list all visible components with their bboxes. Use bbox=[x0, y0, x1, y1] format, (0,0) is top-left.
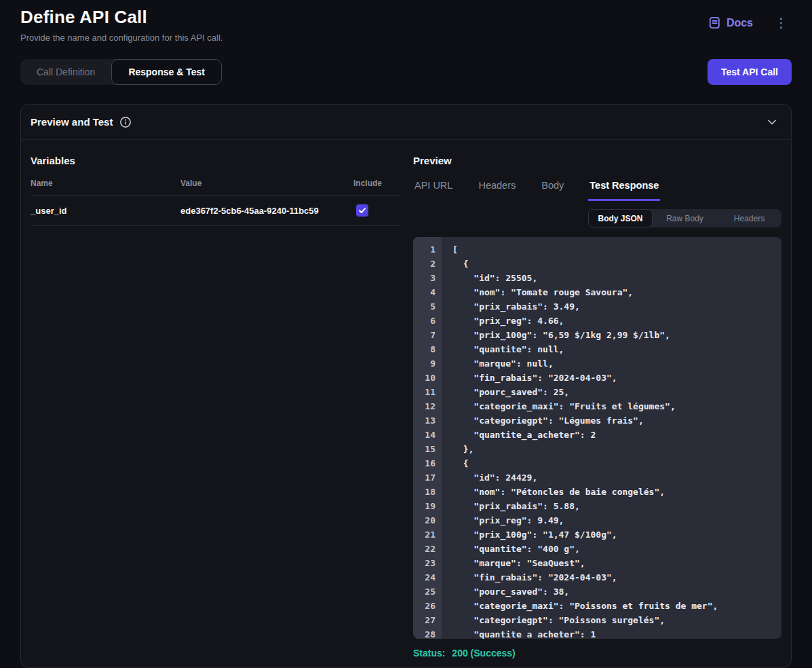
line-number: 19 bbox=[413, 499, 436, 513]
line-number: 9 bbox=[413, 356, 436, 371]
line-number: 20 bbox=[413, 513, 436, 527]
body-view-row: Body JSON Raw Body Headers bbox=[413, 209, 781, 227]
code-line: "quantite": null, bbox=[452, 342, 781, 356]
response-json-viewer[interactable]: 1234567891011121314151617181920212223242… bbox=[413, 237, 781, 639]
code-line: [ bbox=[452, 242, 781, 257]
line-number: 23 bbox=[413, 556, 436, 570]
line-number: 15 bbox=[413, 442, 436, 456]
code-line: "prix_100g": "1,47 $/100g", bbox=[452, 527, 781, 542]
check-icon bbox=[358, 206, 366, 215]
code-line: "prix_reg": 9.49, bbox=[452, 513, 781, 527]
card-header: Preview and Test bbox=[21, 105, 791, 140]
tab-api-url[interactable]: API URL bbox=[413, 180, 454, 201]
define-api-call-page: Define API Call Provide the name and con… bbox=[0, 0, 812, 668]
column-include: Include bbox=[353, 179, 401, 188]
line-number: 24 bbox=[413, 570, 436, 584]
line-number: 2 bbox=[413, 257, 436, 271]
code-line: }, bbox=[452, 442, 781, 456]
code-line: "categoriegpt": "Légumes frais", bbox=[452, 413, 781, 428]
page-title: Define API Call bbox=[20, 7, 223, 28]
tab-response-and-test[interactable]: Response & Test bbox=[111, 59, 222, 85]
code-line: "marque": "SeaQuest", bbox=[452, 556, 781, 570]
tab-body[interactable]: Body bbox=[540, 180, 565, 201]
preview-title: Preview bbox=[413, 155, 781, 166]
line-number: 22 bbox=[413, 542, 436, 556]
code-line: "prix_rabais": 3.49, bbox=[452, 299, 781, 314]
header-actions: Docs ⋮ bbox=[708, 15, 792, 31]
code-line: "id": 25505, bbox=[452, 271, 781, 285]
page-header: Define API Call Provide the name and con… bbox=[0, 0, 812, 43]
code-line: "categorie_maxi": "Poissons et fruits de… bbox=[452, 599, 781, 613]
docs-icon bbox=[708, 16, 721, 29]
include-checkbox[interactable] bbox=[356, 204, 368, 217]
tabs-row: Call Definition Response & Test Test API… bbox=[20, 59, 792, 85]
variables-section: Variables Name Value Include _user_id ed… bbox=[31, 152, 401, 667]
line-number: 13 bbox=[413, 413, 436, 428]
code-line: { bbox=[452, 456, 781, 470]
docs-link[interactable]: Docs bbox=[708, 16, 753, 29]
line-number: 28 bbox=[413, 627, 436, 639]
page-subtitle: Provide the name and configuration for t… bbox=[20, 33, 223, 43]
segment-raw-body[interactable]: Raw Body bbox=[653, 209, 717, 227]
line-number: 4 bbox=[413, 285, 436, 299]
line-number: 3 bbox=[413, 271, 436, 285]
card-title: Preview and Test bbox=[31, 116, 113, 128]
card-body: Variables Name Value Include _user_id ed… bbox=[21, 140, 791, 667]
code-area: [ { "id": 25505, "nom": "Tomate rouge Sa… bbox=[442, 237, 781, 639]
code-line: "prix_reg": 4.66, bbox=[452, 314, 781, 328]
line-number: 6 bbox=[413, 314, 436, 328]
line-number: 1 bbox=[413, 242, 436, 257]
column-name: Name bbox=[31, 179, 180, 188]
title-block: Define API Call Provide the name and con… bbox=[20, 7, 223, 43]
variable-name: _user_id bbox=[31, 206, 180, 216]
code-line: "nom": "Tomate rouge Savoura", bbox=[452, 285, 781, 299]
column-value: Value bbox=[180, 179, 353, 188]
collapse-chevron-icon[interactable] bbox=[765, 115, 779, 129]
tab-test-response[interactable]: Test Response bbox=[588, 180, 660, 201]
segment-headers[interactable]: Headers bbox=[717, 209, 781, 227]
tab-headers[interactable]: Headers bbox=[477, 180, 517, 201]
line-number: 11 bbox=[413, 385, 436, 399]
variable-row: _user_id ede367f2-5cb6-45aa-9240-11bc59 bbox=[31, 196, 401, 226]
code-line: "fin_rabais": "2024-04-03", bbox=[452, 371, 781, 385]
variables-title: Variables bbox=[31, 155, 401, 166]
line-number: 14 bbox=[413, 428, 436, 442]
code-line: "nom": "Pétoncles de baie congelés", bbox=[452, 485, 781, 499]
line-number: 17 bbox=[413, 470, 436, 485]
code-line: "pourc_saved": 38, bbox=[452, 584, 781, 599]
line-number: 27 bbox=[413, 613, 436, 627]
code-line: "marque": null, bbox=[452, 356, 781, 371]
line-number: 7 bbox=[413, 328, 436, 342]
code-line: "pourc_saved": 25, bbox=[452, 385, 781, 399]
code-line: "id": 24429, bbox=[452, 470, 781, 485]
code-line: "fin_rabais": "2024-04-03", bbox=[452, 570, 781, 584]
kebab-menu-icon[interactable]: ⋮ bbox=[771, 15, 792, 31]
line-number: 18 bbox=[413, 485, 436, 499]
line-number: 10 bbox=[413, 371, 436, 385]
variable-value: ede367f2-5cb6-45aa-9240-11bc59 bbox=[180, 206, 353, 216]
tab-call-definition[interactable]: Call Definition bbox=[20, 59, 111, 85]
preview-and-test-card: Preview and Test Variables bbox=[20, 104, 792, 668]
code-line: { bbox=[452, 257, 781, 271]
line-number: 12 bbox=[413, 399, 436, 413]
line-number: 8 bbox=[413, 342, 436, 356]
preview-tab-bar: API URL Headers Body Test Response bbox=[413, 180, 781, 201]
code-gutter: 1234567891011121314151617181920212223242… bbox=[413, 237, 442, 639]
line-number: 26 bbox=[413, 599, 436, 613]
line-number: 25 bbox=[413, 584, 436, 599]
info-icon[interactable] bbox=[119, 116, 132, 128]
line-number: 21 bbox=[413, 527, 436, 542]
status-line: Status: 200 (Success) bbox=[413, 648, 781, 658]
preview-section: Preview API URL Headers Body Test Respon… bbox=[413, 152, 781, 667]
status-label: Status: bbox=[413, 648, 445, 658]
code-line: "prix_rabais": 5.88, bbox=[452, 499, 781, 513]
status-value: 200 (Success) bbox=[452, 648, 515, 658]
code-line: "categoriegpt": "Poissons surgelés", bbox=[452, 613, 781, 627]
variables-table-header: Name Value Include bbox=[31, 179, 401, 196]
segment-body-json[interactable]: Body JSON bbox=[588, 209, 653, 227]
code-line: "quantite_a_acheter": 1 bbox=[452, 627, 781, 639]
test-api-call-button[interactable]: Test API Call bbox=[708, 59, 792, 85]
code-line: "quantite": "400 g", bbox=[452, 542, 781, 556]
body-view-segmented-control: Body JSON Raw Body Headers bbox=[588, 209, 781, 227]
code-line: "quantite_a_acheter": 2 bbox=[452, 428, 781, 442]
